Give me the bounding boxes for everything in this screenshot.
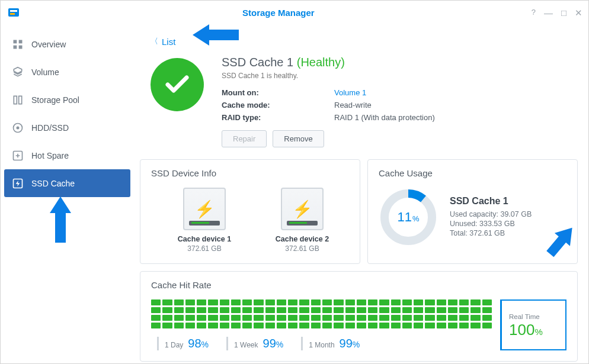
sidebar-item-overview[interactable]: Overview: [1, 30, 134, 58]
prop-raid: RAID type: RAID 1 (With data protection): [222, 113, 567, 122]
help-icon[interactable]: ?: [532, 8, 536, 17]
svg-rect-1: [10, 10, 17, 12]
cache-title: SSD Cache 1 (Healthy): [222, 56, 567, 69]
hit-stat-1week: 1 Week 99%: [226, 337, 283, 350]
panel-device-info: SSD Device Info ⚡ Cache device 1 372.61 …: [140, 159, 360, 264]
hit-stat-realtime: Real Time 100%: [500, 299, 566, 350]
panel-cache-usage: Cache Usage 11% SSD Cache 1 Used capac: [367, 159, 578, 264]
disk-icon: [11, 121, 24, 134]
device-item[interactable]: ⚡ Cache device 2 372.61 GB: [267, 188, 338, 253]
sidebar-item-label: Overview: [31, 40, 66, 49]
content: 〈 List SSD Cache 1 (Healthy) SSD Cache 1…: [134, 24, 588, 363]
prop-cache-mode: Cache mode: Read-write: [222, 101, 567, 109]
panel-hit-rate: Cache Hit Rate 1 Day 98% 1 Week 99%: [140, 271, 578, 362]
titlebar: Storage Manager ? — □ ✕: [1, 1, 588, 24]
pool-icon: [11, 94, 24, 107]
window-controls: ? — □ ✕: [532, 8, 582, 17]
ssd-icon: ⚡: [183, 188, 226, 230]
cache-header: SSD Cache 1 (Healthy) SSD Cache 1 is hea…: [140, 56, 578, 159]
window-title: Storage Manager: [25, 8, 532, 18]
sidebar-item-label: SSD Cache: [31, 179, 75, 188]
svg-rect-6: [19, 45, 23, 49]
maximize-icon[interactable]: □: [561, 8, 566, 17]
volume-icon: [11, 66, 24, 79]
svg-rect-8: [19, 96, 22, 104]
sidebar-item-hot-spare[interactable]: Hot Spare: [1, 141, 134, 169]
svg-rect-4: [19, 40, 23, 43]
hit-rate-grid: [151, 299, 492, 328]
sidebar-item-ssd-cache[interactable]: SSD Cache: [4, 169, 130, 197]
chevron-left-icon: 〈: [151, 36, 158, 47]
used-capacity: Used capacity: 39.07 GB: [450, 210, 532, 218]
repair-button[interactable]: Repair: [222, 130, 267, 147]
panel-title: Cache Hit Rate: [151, 280, 566, 290]
mount-link[interactable]: Volume 1: [334, 88, 366, 97]
plus-icon: [11, 149, 24, 162]
cache-subtext: SSD Cache 1 is healthy.: [222, 72, 567, 80]
overview-icon: [11, 38, 24, 51]
app-icon: [7, 5, 21, 20]
bolt-icon: [11, 177, 24, 190]
back-link-label: List: [162, 37, 175, 47]
sidebar-item-label: Volume: [31, 67, 59, 77]
sidebar-item-volume[interactable]: Volume: [1, 58, 134, 86]
total-capacity: Total: 372.61 GB: [450, 229, 532, 237]
sidebar-item-label: HDD/SSD: [31, 123, 69, 133]
hit-stat-1day: 1 Day 98%: [157, 337, 209, 350]
ssd-icon: ⚡: [281, 188, 324, 230]
prop-mount: Mount on: Volume 1: [222, 88, 567, 97]
hit-stat-1month: 1 Month 99%: [301, 337, 360, 350]
close-icon[interactable]: ✕: [575, 8, 582, 17]
unused-capacity: Unused: 333.53 GB: [450, 220, 532, 228]
svg-rect-5: [14, 45, 17, 49]
donut-chart: 11%: [379, 188, 438, 247]
remove-button[interactable]: Remove: [273, 130, 324, 147]
usage-title: SSD Cache 1: [450, 196, 532, 207]
svg-rect-0: [8, 8, 19, 17]
health-status-icon: [151, 58, 204, 111]
sidebar-item-label: Hot Spare: [31, 151, 69, 160]
svg-point-10: [17, 127, 18, 128]
svg-rect-3: [14, 40, 17, 43]
svg-rect-2: [10, 13, 15, 15]
sidebar: Overview Volume Storage Pool HDD/SSD Hot…: [1, 24, 134, 363]
action-buttons: Repair Remove: [222, 130, 567, 147]
panel-title: Cache Usage: [379, 168, 566, 178]
sidebar-item-label: Storage Pool: [31, 95, 79, 105]
panel-title: SSD Device Info: [151, 168, 349, 178]
sidebar-item-storage-pool[interactable]: Storage Pool: [1, 86, 134, 114]
device-item[interactable]: ⚡ Cache device 1 372.61 GB: [169, 188, 240, 253]
back-link[interactable]: 〈 List: [151, 36, 578, 47]
svg-rect-7: [14, 96, 17, 104]
sidebar-item-hdd-ssd[interactable]: HDD/SSD: [1, 114, 134, 141]
minimize-icon[interactable]: —: [544, 8, 553, 17]
